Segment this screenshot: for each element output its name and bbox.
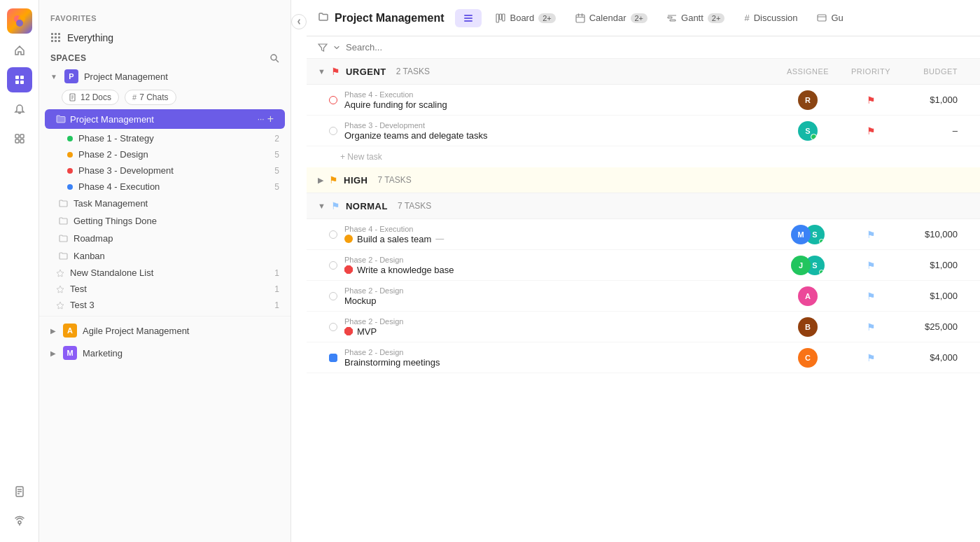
icon-bar	[0, 0, 39, 542]
standalone-item[interactable]: Test 3 1	[39, 297, 290, 313]
everything-icon	[50, 32, 62, 43]
filter-icon[interactable]	[318, 43, 328, 53]
list-item[interactable]: Roadmap	[39, 230, 290, 247]
tab-gantt[interactable]: Gantt 2+	[659, 8, 733, 27]
svg-rect-20	[51, 36, 53, 39]
tab-list-view[interactable]	[455, 9, 482, 27]
task-row[interactable]: Phase 4 - Execution Aquire funding for s…	[307, 85, 980, 116]
group-header-normal[interactable]: ▼ ⚑ NORMAL 7 TASKS	[307, 193, 980, 219]
priority-flag-icon: ⚑	[867, 125, 876, 137]
svg-rect-23	[51, 40, 53, 42]
phase-item[interactable]: Phase 4 - Execution 5	[39, 179, 290, 195]
agile-row[interactable]: ▶ A Agile Project Management	[39, 319, 290, 342]
task-row[interactable]: Phase 4 - Execution Build a sales team —…	[307, 219, 980, 250]
normal-collapse-btn[interactable]: ▼	[318, 202, 326, 210]
space-item-pm[interactable]: ▼ P Project Management	[39, 66, 290, 87]
task-checkbox[interactable]	[329, 323, 337, 331]
list-item[interactable]: Task Management	[39, 195, 290, 212]
pm-more-btn[interactable]: ···	[258, 114, 265, 124]
doc-icon[interactable]	[7, 479, 32, 504]
group-header-urgent[interactable]: ▼ ⚑ URGENT 2 TASKS ASSIGNEE PRIORITY BUD…	[307, 59, 980, 85]
collapse-panel-btn[interactable]	[291, 14, 307, 29]
svg-rect-10	[20, 139, 24, 143]
filter-chevron-icon[interactable]	[333, 44, 340, 51]
standalone-lists: New Standalone List 1 Test 1 Test 3 1	[39, 265, 290, 313]
chats-button[interactable]: # 7 Chats	[125, 90, 176, 105]
phase-item[interactable]: Phase 2 - Design 5	[39, 146, 290, 162]
everything-row[interactable]: Everything	[39, 28, 290, 48]
task-assignee: M S	[773, 225, 843, 244]
bell-icon[interactable]	[7, 97, 32, 122]
tab-discussion[interactable]: # Discussion	[736, 8, 806, 27]
pm-add-btn[interactable]: +	[267, 113, 274, 125]
group-header-high[interactable]: ▶ ⚑ HIGH 7 TASKS	[307, 167, 980, 193]
task-row[interactable]: Phase 2 - Design Mockup A ⚑ $1,000	[307, 281, 980, 312]
phase-list: Phase 1 - Strategy 2 Phase 2 - Design 5 …	[39, 130, 290, 195]
list-item-label: Roadmap	[74, 233, 113, 244]
board-icon	[496, 13, 505, 23]
collapse-arrow-pm: ▼	[50, 73, 57, 81]
task-name: Write a knowledge base	[344, 265, 773, 275]
standalone-item[interactable]: Test 1	[39, 281, 290, 297]
task-checkbox[interactable]	[329, 261, 337, 270]
header-title-text: Project Management	[335, 12, 444, 25]
sub-item-left: Phase 4 - Execution	[67, 181, 160, 192]
broadcast-icon[interactable]	[7, 508, 32, 534]
docs-button[interactable]: 12 Docs	[62, 90, 119, 105]
task-phase: Phase 2 - Design	[344, 317, 773, 326]
task-name: Mockup	[344, 296, 773, 306]
search-input[interactable]	[346, 42, 556, 53]
task-checkbox[interactable]	[329, 96, 337, 104]
urgent-count: 2 TASKS	[396, 67, 430, 76]
phase-item[interactable]: Phase 1 - Strategy 2	[39, 130, 290, 146]
app-logo[interactable]	[7, 8, 32, 34]
chats-label: 7 Chats	[139, 92, 168, 102]
dashboard-icon[interactable]	[7, 126, 32, 151]
task-checkbox[interactable]	[329, 292, 337, 300]
tab-board[interactable]: Board 2+	[487, 8, 564, 27]
folder-icon	[56, 114, 66, 124]
col-assignee-label: ASSIGNEE	[773, 67, 843, 76]
phase-item[interactable]: Phase 3 - Development 5	[39, 162, 290, 179]
sub-item-left: Phase 2 - Design	[67, 149, 148, 160]
urgent-collapse-btn[interactable]: ▼	[318, 67, 326, 76]
task-checkbox[interactable]	[329, 127, 337, 135]
tab-calendar[interactable]: Calendar 2+	[567, 8, 656, 27]
svg-rect-3	[15, 76, 19, 79]
task-row[interactable]: Phase 2 - Design MVP B ⚑ $25,000	[307, 312, 980, 342]
task-phase: Phase 3 - Development	[344, 121, 773, 130]
marketing-avatar: M	[63, 346, 77, 360]
list-item-label: Kanban	[74, 251, 105, 261]
standalone-count: 1	[274, 284, 279, 294]
high-collapse-btn[interactable]: ▶	[318, 176, 323, 185]
task-budget: $4,000	[899, 352, 969, 363]
group-header-left-high: ▶ ⚑ HIGH 7 TASKS	[318, 174, 969, 186]
search-bar	[307, 36, 980, 59]
search-icon[interactable]	[270, 53, 279, 63]
task-content: Phase 2 - Design MVP	[344, 317, 773, 337]
list-item[interactable]: Getting Things Done	[39, 212, 290, 230]
task-checkbox[interactable]	[329, 354, 337, 362]
phase-label: Phase 2 - Design	[78, 149, 148, 160]
tab-gu[interactable]: Gu	[808, 8, 851, 27]
priority-flag-normal5-icon: ⚑	[867, 352, 876, 363]
pm-list-row[interactable]: Project Management ··· +	[45, 109, 285, 129]
task-row[interactable]: Phase 2 - Design Write a knowledge base …	[307, 250, 980, 281]
avatar-m: M	[791, 225, 811, 244]
checkmark-icon[interactable]	[7, 67, 32, 92]
task-assignee: C	[773, 348, 843, 368]
icon-bar-bottom	[7, 479, 32, 534]
list-item[interactable]: Kanban	[39, 247, 290, 265]
tab-board-count: 2+	[538, 13, 556, 23]
task-checkbox[interactable]	[329, 230, 337, 239]
standalone-item[interactable]: New Standalone List 1	[39, 265, 290, 281]
marketing-row[interactable]: ▶ M Marketing	[39, 342, 290, 364]
task-row[interactable]: Phase 2 - Design Brainstorming meetings …	[307, 342, 980, 373]
home-icon[interactable]	[7, 38, 32, 63]
pm-space-name: Project Management	[84, 71, 168, 82]
task-row[interactable]: Phase 3 - Development Organize teams and…	[307, 116, 980, 146]
new-task-button[interactable]: + New task	[307, 146, 980, 167]
main-header: Project Management Board 2+	[307, 0, 980, 36]
tab-gu-label: Gu	[831, 13, 843, 23]
task-content: Phase 2 - Design Write a knowledge base	[344, 256, 773, 275]
